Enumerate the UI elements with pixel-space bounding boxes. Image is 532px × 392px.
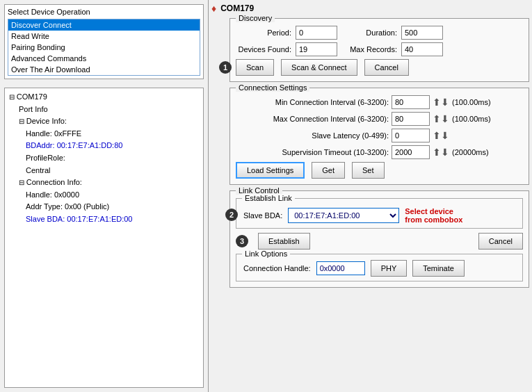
device-operation-section: Select Device Operation Discover Connect… (4, 4, 204, 79)
device-operation-item[interactable]: Read Write (8, 31, 200, 42)
duration-label: Duration: (341, 28, 397, 37)
max-interval-spinner[interactable]: ⬆⬇ (433, 113, 449, 124)
discovery-cancel-button[interactable]: Cancel (364, 59, 409, 76)
supervision-row: Supervision Timeout (10-3200): ⬆⬇ (20000… (236, 145, 523, 159)
supervision-ms: (20000ms) (452, 148, 501, 156)
duration-input[interactable] (401, 26, 443, 40)
period-input[interactable] (296, 26, 337, 40)
min-interval-label: Min Connection Interval (6-3200): (236, 98, 389, 106)
link-options-title: Link Options (242, 250, 290, 258)
slave-bda-label: Slave BDA: (243, 211, 282, 220)
device-operation-item[interactable]: Discover Connect (8, 19, 200, 31)
max-interval-input[interactable] (392, 112, 430, 126)
establish-buttons-row: 3 Establish Cancel (236, 233, 523, 250)
establish-button[interactable]: Establish (258, 233, 310, 250)
max-records-input[interactable] (401, 42, 443, 56)
min-interval-spinner[interactable]: ⬆⬇ (433, 97, 449, 108)
max-interval-row: Max Connection Interval (6-3200): ⬆⬇ (10… (236, 112, 523, 126)
device-operation-list: Discover ConnectRead WritePairing Bondin… (8, 19, 200, 76)
device-operation-item[interactable]: Pairing Bonding (8, 42, 200, 53)
supervision-input[interactable] (392, 145, 430, 159)
tree-item-leaf: BDAddr: 00:17:E7:A1:DD:80 (16, 140, 200, 152)
set-button[interactable]: Set (352, 162, 385, 179)
ti-logo: ♦ (211, 3, 216, 14)
min-interval-row: Min Connection Interval (6-3200): ⬆⬇ (10… (236, 95, 523, 109)
period-label: Period: (236, 28, 291, 37)
com-port-title: COM179 (220, 3, 254, 13)
devices-found-label: Devices Found: (236, 45, 291, 54)
tree-item-leaf: Central (16, 165, 200, 177)
badge-1: 1 (219, 61, 232, 74)
devices-found-row: Devices Found: Max Records: (236, 42, 523, 56)
scan-button[interactable]: Scan (236, 59, 274, 76)
tree-section: COM179Port InfoDevice Info:Handle: 0xFFF… (4, 88, 204, 388)
establish-link-title: Establish Link (242, 194, 295, 202)
discovery-label: Discovery (236, 14, 275, 22)
discovery-group: Discovery Period: Duration: Devices Foun… (229, 18, 529, 82)
get-button[interactable]: Get (312, 162, 345, 179)
badge-2: 2 (225, 209, 238, 221)
right-panel: ♦ COM179 Discovery Period: Duration: Dev… (209, 0, 532, 392)
scan-buttons-row: 1 Scan Scan & Connect Cancel (236, 59, 523, 76)
min-interval-ms: (100.00ms) (452, 98, 501, 106)
connection-settings-label: Connection Settings (236, 83, 309, 92)
phy-button[interactable]: PHY (371, 260, 408, 277)
left-panel: Select Device Operation Discover Connect… (0, 0, 209, 392)
devices-found-input[interactable] (296, 42, 337, 56)
section-title: Select Device Operation (8, 8, 200, 16)
tree-item-leaf: Handle: 0xFFFE (16, 128, 200, 140)
slave-latency-label: Slave Latency (0-499): (236, 131, 389, 140)
min-interval-input[interactable] (392, 95, 430, 109)
device-tree: COM179Port InfoDevice Info:Handle: 0xFFF… (8, 91, 200, 226)
device-operation-item[interactable]: Over The Air Download (8, 64, 200, 75)
link-cancel-button[interactable]: Cancel (478, 233, 523, 250)
connection-settings-group: Connection Settings Min Connection Inter… (229, 88, 529, 185)
tree-item[interactable]: Connection Info: (9, 177, 200, 189)
badge-3: 3 (236, 235, 248, 247)
conn-handle-input[interactable] (316, 261, 365, 275)
max-records-label: Max Records: (341, 45, 397, 54)
max-interval-label: Max Connection Interval (6-3200): (236, 115, 389, 123)
tree-item-leaf: Slave BDA: 00:17:E7:A1:ED:00 (16, 213, 200, 226)
panel-title: ♦ COM179 (211, 3, 529, 14)
tree-item-leaf: Addr Type: 0x00 (Public) (16, 201, 200, 213)
device-operation-item[interactable]: Advanced Commands (8, 53, 200, 64)
tree-item[interactable]: Port Info (9, 104, 200, 116)
period-row: Period: Duration: (236, 26, 523, 40)
supervision-label: Supervision Timeout (10-3200): (236, 148, 389, 156)
tree-item-root[interactable]: COM179 (9, 91, 200, 104)
settings-buttons-row: Load Settings Get Set (236, 162, 523, 179)
max-interval-ms: (100.00ms) (452, 115, 501, 123)
slave-latency-row: Slave Latency (0-499): ⬆⬇ (236, 129, 523, 142)
link-control-group: Link Control Establish Link 2 Slave BDA:… (229, 190, 529, 288)
slave-bda-combobox[interactable]: 00:17:E7:A1:ED:00 (288, 208, 399, 223)
tree-item[interactable]: Device Info: (9, 115, 200, 128)
slave-latency-input[interactable] (392, 129, 430, 142)
slave-latency-spinner[interactable]: ⬆⬇ (433, 130, 449, 141)
supervision-spinner[interactable]: ⬆⬇ (433, 147, 449, 158)
conn-handle-label: Connection Handle: (243, 264, 311, 272)
slave-bda-row: 2 Slave BDA: 00:17:E7:A1:ED:00 Select de… (243, 207, 462, 224)
tree-item-leaf: Handle: 0x0000 (16, 189, 200, 202)
link-options-box: Link Options Connection Handle: PHY Temi… (236, 254, 523, 281)
link-control-inner: Establish Link 2 Slave BDA: 00:17:E7:A1:… (236, 198, 523, 281)
scan-connect-button[interactable]: Scan & Connect (281, 59, 357, 76)
terminate-button[interactable]: Teminate (412, 260, 465, 277)
select-hint: Select device from combobox (405, 207, 462, 224)
establish-link-box: Establish Link 2 Slave BDA: 00:17:E7:A1:… (236, 198, 523, 229)
load-settings-button[interactable]: Load Settings (236, 162, 305, 179)
link-options-row: Connection Handle: PHY Teminate (243, 260, 515, 277)
tree-item-leaf: ProfileRole: (16, 152, 200, 165)
